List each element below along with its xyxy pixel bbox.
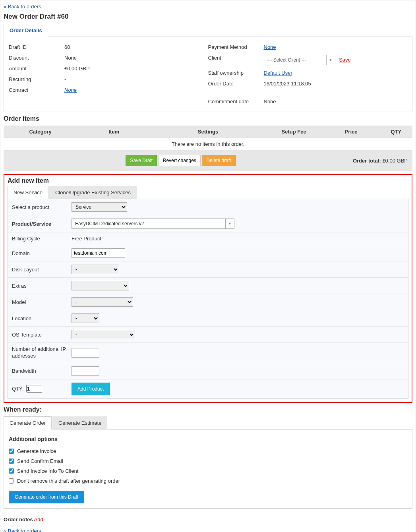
add-item-heading: Add new item bbox=[8, 177, 408, 184]
chk-dont-remove[interactable] bbox=[9, 478, 14, 484]
location-select[interactable]: - bbox=[72, 313, 99, 323]
value-billing-cycle: Free Product bbox=[72, 236, 101, 242]
model-select[interactable]: - bbox=[72, 297, 133, 307]
label-billing-cycle: Billing Cycle bbox=[12, 236, 72, 242]
label-amount: Amount bbox=[9, 66, 64, 72]
payment-method-link[interactable]: None bbox=[264, 44, 276, 50]
when-ready-heading: When ready: bbox=[4, 406, 412, 413]
value-discount: None bbox=[64, 55, 208, 61]
label-discount: Discount bbox=[9, 55, 64, 61]
disk-layout-select[interactable]: - bbox=[72, 265, 119, 274]
domain-input[interactable] bbox=[72, 248, 125, 258]
save-client-link[interactable]: Save bbox=[339, 57, 351, 63]
os-template-select[interactable]: - bbox=[72, 330, 135, 339]
value-recurring: - bbox=[64, 76, 208, 82]
label-send-invoice-info: Send Invoice Info To Client bbox=[17, 468, 78, 474]
label-domain: Domain bbox=[12, 250, 72, 256]
additional-options-heading: Additional options bbox=[9, 436, 407, 442]
contract-link[interactable]: None bbox=[64, 87, 77, 93]
value-order-date: 16/01/2023 11:18:05 bbox=[264, 81, 408, 87]
client-select-placeholder: --- Select Client --- bbox=[264, 57, 326, 63]
back-to-orders-link[interactable]: « Back to orders bbox=[4, 4, 41, 10]
revert-changes-button[interactable]: Revert changes bbox=[159, 155, 201, 166]
order-total-value: £0.00 GBP bbox=[382, 158, 408, 164]
product-service-select[interactable]: EasyDCIM Dedicated servers v2 ▼ bbox=[72, 219, 234, 229]
label-additional-ip: Number of additional IP addresses bbox=[12, 346, 72, 360]
label-extras: Extras bbox=[12, 283, 72, 289]
product-service-value: EasyDCIM Dedicated servers v2 bbox=[72, 221, 225, 226]
chk-send-confirm[interactable] bbox=[9, 458, 14, 464]
back-to-orders-link-bottom[interactable]: « Back to orders bbox=[4, 528, 41, 532]
label-staff: Staff ownership bbox=[208, 70, 264, 76]
label-model: Model bbox=[12, 299, 72, 305]
tab-new-service[interactable]: New Service bbox=[8, 186, 48, 199]
generate-order-button[interactable]: Generate order from this Draft bbox=[9, 491, 84, 503]
col-item: Item bbox=[77, 126, 151, 138]
tab-order-details[interactable]: Order Details bbox=[4, 24, 48, 37]
qty-input[interactable] bbox=[26, 385, 42, 393]
col-price: Price bbox=[323, 126, 380, 138]
save-draft-button[interactable]: Save Draft bbox=[126, 155, 157, 166]
label-payment-method: Payment Method bbox=[208, 44, 264, 50]
label-product-service: Product/Service bbox=[12, 221, 72, 227]
select-product[interactable]: Service bbox=[72, 202, 127, 212]
label-send-confirm: Send Confirm Email bbox=[17, 458, 63, 464]
label-location: Location bbox=[12, 315, 72, 321]
label-recurring: Recurring bbox=[9, 76, 64, 82]
label-bandwidth: Bandwidth bbox=[12, 368, 72, 374]
order-total-label: Order total: bbox=[353, 158, 381, 164]
col-category: Category bbox=[4, 126, 77, 138]
label-contract: Contract bbox=[9, 87, 64, 93]
col-qty: QTY bbox=[380, 126, 412, 138]
client-select[interactable]: --- Select Client --- ▼ bbox=[264, 55, 335, 65]
col-setup-fee: Setup Fee bbox=[265, 126, 323, 138]
chk-generate-invoice[interactable] bbox=[9, 449, 14, 454]
label-disk-layout: Disk Layout bbox=[12, 267, 72, 273]
value-amount: £0.00 GBP bbox=[64, 66, 208, 72]
label-order-date: Order Date bbox=[208, 81, 264, 87]
page-title: New Order Draft #60 bbox=[4, 13, 412, 21]
tab-generate-order[interactable]: Generate Order bbox=[4, 416, 52, 429]
order-notes-label: Order notes bbox=[4, 517, 33, 522]
add-product-button[interactable]: Add Product bbox=[72, 383, 110, 395]
label-commitment: Commitment date bbox=[208, 99, 264, 104]
order-items-heading: Order items bbox=[4, 115, 412, 122]
label-dont-remove: Don't remove this draft after generating… bbox=[17, 478, 120, 484]
additional-ip-input[interactable] bbox=[72, 348, 99, 358]
value-commitment: None bbox=[264, 99, 408, 104]
bandwidth-input[interactable] bbox=[72, 366, 99, 376]
empty-items-msg: There are no items in this order. bbox=[4, 138, 412, 150]
label-qty: QTY: bbox=[12, 386, 24, 392]
label-client: Client bbox=[208, 55, 264, 65]
chevron-down-icon: ▼ bbox=[225, 219, 234, 228]
delete-draft-button[interactable]: Delete draft bbox=[202, 155, 235, 166]
label-generate-invoice: Generate invoice bbox=[17, 448, 56, 454]
tab-generate-estimate[interactable]: Generate Estimate bbox=[52, 416, 107, 429]
value-draft-id: 60 bbox=[64, 44, 208, 50]
label-select-product: Select a product bbox=[12, 204, 72, 210]
col-settings: Settings bbox=[151, 126, 265, 138]
extras-select[interactable]: - bbox=[72, 281, 129, 290]
chk-send-invoice-info[interactable] bbox=[9, 468, 14, 474]
chevron-down-icon: ▼ bbox=[326, 55, 335, 65]
label-os-template: OS Template bbox=[12, 332, 72, 338]
staff-link[interactable]: Default User bbox=[264, 70, 292, 76]
tab-clone-upgrade[interactable]: Clone/Upgrade Existing Services bbox=[49, 186, 137, 199]
label-draft-id: Draft ID bbox=[9, 44, 64, 50]
add-note-link[interactable]: Add bbox=[34, 517, 43, 522]
